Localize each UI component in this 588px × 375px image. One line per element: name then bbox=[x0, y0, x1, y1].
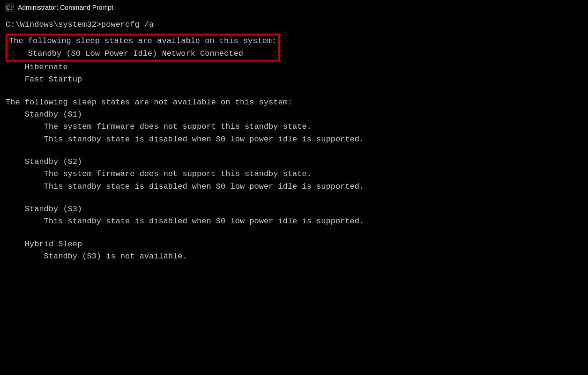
svg-text:C:\: C:\ bbox=[6, 5, 14, 11]
s3-reason1: This standby state is disabled when S0 l… bbox=[6, 215, 582, 228]
cmd-icon: C:\ bbox=[5, 3, 14, 12]
fast-startup-line: Fast Startup bbox=[6, 74, 582, 86]
title-bar-text: Administrator: Command Prompt bbox=[18, 4, 113, 11]
not-available-header: The following sleep states are not avail… bbox=[6, 96, 582, 109]
hybrid-reason1: Standby (S3) is not available. bbox=[6, 250, 582, 263]
s2-reason1: The system firmware does not support thi… bbox=[6, 168, 582, 180]
s2-reason2: This standby state is disabled when S0 l… bbox=[6, 181, 582, 193]
standby-s1-header: Standby (S1) bbox=[6, 109, 582, 121]
hybrid-sleep-header: Hybrid Sleep bbox=[6, 238, 582, 250]
standby-s0: Standby (S0 Low Power Idle) Network Conn… bbox=[9, 48, 276, 60]
standby-s2-header: Standby (S2) bbox=[6, 156, 582, 168]
title-bar: C:\ Administrator: Command Prompt bbox=[0, 0, 588, 15]
standby-s3-header: Standby (S3) bbox=[6, 203, 582, 215]
terminal-body: C:\Windows\system32>powercfg /a The foll… bbox=[0, 15, 588, 267]
available-header: The following sleep states are available… bbox=[9, 35, 276, 47]
s1-reason2: This standby state is disabled when S0 l… bbox=[6, 133, 582, 146]
s1-reason1: The system firmware does not support thi… bbox=[6, 121, 582, 133]
hibernate-line: Hibernate bbox=[6, 61, 582, 74]
prompt-line: C:\Windows\system32>powercfg /a bbox=[6, 19, 582, 31]
